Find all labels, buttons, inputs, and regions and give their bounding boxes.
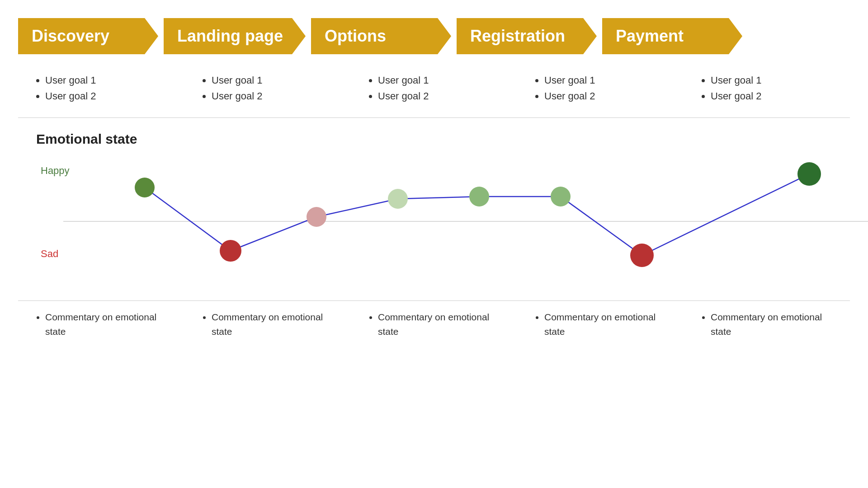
commentary-row: Commentary on emotional state Commentary… [18, 300, 850, 338]
goals-col-4: User goal 1 User goal 2 [684, 68, 850, 108]
goal-3-1: User goal 1 [544, 72, 675, 88]
page-wrapper: Discovery Landing page Options Registrat… [0, 0, 868, 488]
sad-label: Sad [41, 248, 58, 260]
stage-payment-label: Payment [616, 27, 684, 46]
point-5 [551, 187, 571, 206]
goal-4-1: User goal 1 [711, 72, 841, 88]
stage-registration-label: Registration [470, 27, 565, 46]
point-3 [388, 189, 408, 209]
point-0 [135, 178, 155, 197]
stage-discovery: Discovery [18, 18, 158, 54]
point-2 [307, 207, 326, 227]
commentary-col-3: Commentary on emotional state [517, 310, 684, 338]
commentary-col-1: Commentary on emotional state [184, 310, 351, 338]
goal-3-2: User goal 2 [544, 88, 675, 104]
goals-col-1: User goal 1 User goal 2 [184, 68, 351, 108]
divider-top [18, 117, 850, 118]
emotional-title: Emotional state [36, 131, 832, 147]
stage-landing-label: Landing page [177, 27, 283, 46]
goal-4-2: User goal 2 [711, 88, 841, 104]
goal-2-2: User goal 2 [378, 88, 508, 104]
commentary-1: Commentary on emotional state [212, 310, 342, 338]
commentary-col-2: Commentary on emotional state [351, 310, 517, 338]
point-6 [630, 244, 654, 267]
emotional-section: Emotional state Happy Sad [18, 127, 850, 296]
commentary-3: Commentary on emotional state [544, 310, 675, 338]
goals-col-2: User goal 1 User goal 2 [351, 68, 517, 108]
commentary-0: Commentary on emotional state [45, 310, 175, 338]
chart-container: Happy Sad [36, 151, 832, 296]
commentary-col-0: Commentary on emotional state [18, 310, 184, 338]
stage-options: Options [311, 18, 451, 54]
goal-0-1: User goal 1 [45, 72, 175, 88]
goal-0-2: User goal 2 [45, 88, 175, 104]
stage-discovery-label: Discovery [32, 27, 109, 46]
goals-row: User goal 1 User goal 2 User goal 1 User… [18, 68, 850, 108]
goals-col-0: User goal 1 User goal 2 [18, 68, 184, 108]
goal-1-2: User goal 2 [212, 88, 342, 104]
commentary-4: Commentary on emotional state [711, 310, 841, 338]
stage-payment: Payment [602, 18, 742, 54]
stages-row: Discovery Landing page Options Registrat… [18, 18, 850, 54]
goal-2-1: User goal 1 [378, 72, 508, 88]
goal-1-1: User goal 1 [212, 72, 342, 88]
emotion-chart [63, 151, 868, 287]
stage-options-label: Options [325, 27, 386, 46]
commentary-col-4: Commentary on emotional state [684, 310, 850, 338]
commentary-2: Commentary on emotional state [378, 310, 508, 338]
point-1 [220, 240, 241, 262]
stage-registration: Registration [457, 18, 597, 54]
goals-col-3: User goal 1 User goal 2 [517, 68, 684, 108]
point-7 [797, 162, 821, 186]
stage-landing: Landing page [164, 18, 306, 54]
point-4 [469, 187, 489, 206]
